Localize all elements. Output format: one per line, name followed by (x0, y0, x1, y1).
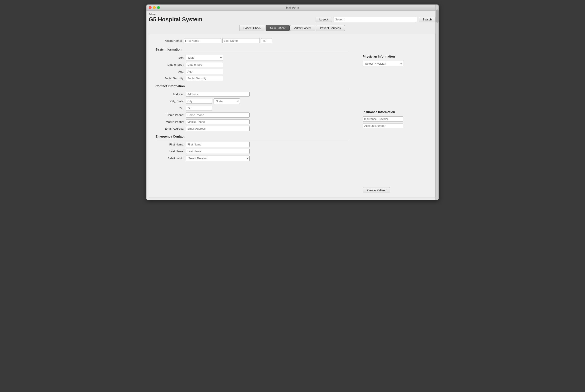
header-row: G5 Hospital System Logout Search (149, 16, 435, 23)
scrollbar-thumb[interactable] (436, 10, 439, 23)
maximize-button[interactable] (157, 6, 160, 9)
tab-patient-check[interactable]: Patient Check (239, 25, 265, 31)
insurance-provider-field (363, 116, 429, 122)
city-state-label: City, State: (155, 100, 184, 103)
email-row: Email Address: (155, 126, 350, 131)
name-fields (184, 38, 272, 43)
create-patient-section: Create Patient (363, 186, 429, 193)
address-label: Address: (155, 92, 184, 96)
home-phone-label: Home Phone: (155, 114, 184, 117)
last-name-input[interactable] (222, 38, 260, 43)
patient-name-row: Patient Name: (155, 38, 429, 43)
basic-info-heading: Basic Information (155, 48, 350, 52)
sex-select[interactable]: Male Female Other (186, 55, 223, 60)
age-label: Age: (155, 70, 184, 73)
contact-info-heading: Contact Information (155, 84, 350, 89)
age-input[interactable] (186, 69, 223, 74)
close-button[interactable] (149, 6, 152, 9)
right-column: Physician Information Select Physician I… (363, 47, 429, 193)
account-number-input[interactable] (363, 123, 403, 128)
logout-button[interactable]: Logout (316, 17, 332, 22)
physician-info-heading: Physician Information (363, 55, 429, 58)
mobile-phone-input[interactable] (186, 119, 250, 124)
create-patient-button[interactable]: Create Patient (363, 187, 390, 193)
relationship-select[interactable]: Select Relation Spouse Parent Sibling Ch… (186, 156, 250, 161)
left-column: Basic Information Sex: Male Female Other… (155, 47, 350, 163)
tab-new-patient[interactable]: New Patient (266, 25, 290, 31)
search-input[interactable] (334, 17, 417, 22)
tab-patient-services[interactable]: Patient Services (316, 25, 345, 31)
home-phone-input[interactable] (186, 112, 250, 118)
physician-field: Select Physician (363, 61, 429, 66)
ec-first-name-input[interactable] (186, 142, 250, 147)
zip-row: Zip: (155, 106, 350, 111)
email-label: Email Address: (155, 127, 184, 130)
insurance-provider-input[interactable] (363, 116, 403, 122)
first-name-input[interactable] (184, 38, 221, 43)
mobile-phone-label: Mobile Phone: (155, 120, 184, 124)
admin-label: Admin (149, 13, 435, 16)
header-right: Logout Search (316, 17, 435, 22)
mi-input[interactable] (261, 38, 272, 43)
ec-last-name-row: Last Name: (155, 149, 350, 154)
city-state-row: City, State: State ALAKAZCA COFLGAIL NYT… (155, 98, 350, 104)
app-title: G5 Hospital System (149, 16, 202, 23)
ssn-row: Social Security: (155, 76, 350, 81)
account-number-field (363, 123, 429, 128)
zip-label: Zip: (155, 106, 184, 110)
window-controls[interactable] (149, 6, 160, 9)
minimize-button[interactable] (153, 6, 156, 9)
emergency-contact-heading: Emergency Contact (155, 135, 350, 139)
patient-name-label: Patient Name: (155, 39, 182, 42)
dob-label: Date of Birth: (155, 63, 184, 66)
tab-admit-patient[interactable]: Admit Patient (290, 25, 315, 31)
dob-input[interactable] (186, 62, 223, 67)
physician-select[interactable]: Select Physician (363, 61, 403, 66)
tab-bar: Patient Check New Patient Admit Patient … (149, 25, 435, 31)
age-row: Age: (155, 69, 350, 74)
sex-label: Sex: (155, 56, 184, 59)
insurance-info-heading: Insurance Information (363, 110, 429, 114)
ec-first-name-label: First Name: (155, 143, 184, 146)
window-title: MainForm (286, 6, 299, 9)
home-phone-row: Home Phone: (155, 112, 350, 118)
city-input[interactable] (186, 99, 212, 104)
ssn-input[interactable] (186, 76, 223, 81)
title-bar: MainForm (146, 4, 439, 11)
zip-input[interactable] (186, 106, 212, 111)
two-col-layout: Basic Information Sex: Male Female Other… (155, 47, 429, 193)
sex-row: Sex: Male Female Other (155, 55, 350, 60)
mobile-phone-row: Mobile Phone: (155, 119, 350, 124)
email-input[interactable] (186, 126, 250, 131)
ec-last-name-input[interactable] (186, 149, 250, 154)
scrollbar[interactable] (435, 4, 439, 200)
relationship-label: Relationship: (155, 157, 184, 160)
ssn-label: Social Security: (155, 77, 184, 80)
state-select[interactable]: State ALAKAZCA COFLGAIL NYTX (213, 98, 240, 104)
ec-last-name-label: Last Name: (155, 150, 184, 153)
search-button[interactable]: Search (419, 17, 435, 22)
relationship-row: Relationship: Select Relation Spouse Par… (155, 156, 350, 161)
ec-first-name-row: First Name: (155, 142, 350, 147)
address-row: Address: (155, 92, 350, 97)
address-input[interactable] (186, 92, 250, 97)
dob-row: Date of Birth: (155, 62, 350, 67)
main-content: Patient Name: Basic Information Sex: (149, 34, 435, 198)
